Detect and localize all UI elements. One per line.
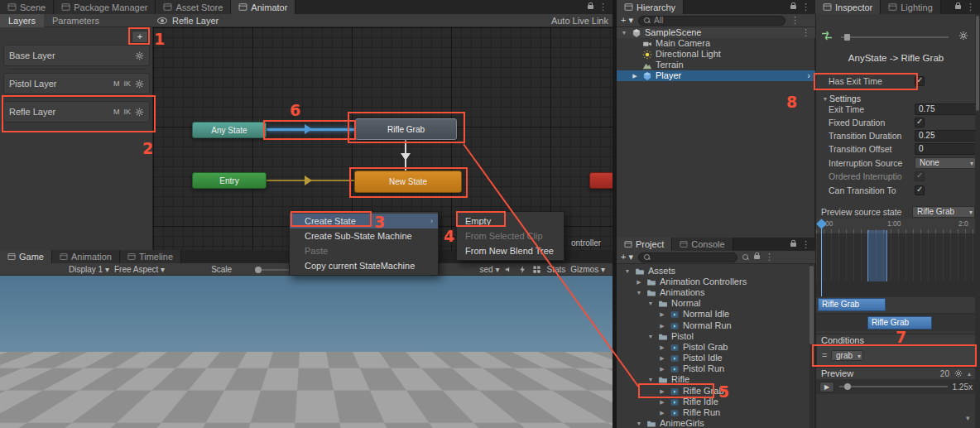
aspect-dropdown[interactable]: Free Aspect ▾ [114, 265, 165, 274]
project-search-input[interactable] [638, 252, 737, 262]
kebab-menu-icon[interactable]: ⋮ [801, 239, 810, 250]
mask-toggle[interactable]: M [113, 79, 120, 88]
node-entry[interactable]: Entry [192, 172, 267, 189]
expander-icon[interactable]: ▶ [658, 342, 666, 353]
expander-icon[interactable]: ▶ [658, 386, 666, 397]
transition-duration-field[interactable]: 0.25 [915, 130, 976, 142]
tab-console[interactable]: Console [672, 238, 733, 251]
project-options-icon[interactable]: ⋮ [765, 252, 774, 262]
project-item-pistol-grab[interactable]: ▶Pistol Grab [658, 342, 728, 353]
breadcrumb[interactable]: Refle Layer [172, 16, 219, 26]
add-layer-button[interactable]: + [132, 31, 148, 43]
hierarchy-item-terrain[interactable]: Terrain [641, 60, 684, 70]
has-exit-time-checkbox[interactable] [915, 76, 925, 86]
gear-icon[interactable] [135, 51, 144, 60]
expander-icon[interactable]: ▶ [658, 320, 666, 331]
gear-icon[interactable] [958, 31, 968, 41]
transition-timeline[interactable]: 0:00 1:00 2:0 Rifle Grab Rifle Grab [816, 219, 976, 331]
project-item-animegirls[interactable]: ▼AnimeGirls [635, 418, 704, 428]
menu-item-create-state[interactable]: Create State› [290, 214, 438, 228]
lock-icon[interactable] [588, 5, 593, 9]
playhead[interactable] [821, 222, 822, 296]
project-item-animations[interactable]: ▼Animations [635, 287, 704, 298]
project-item-normal[interactable]: ▼Normal [646, 298, 700, 309]
gear-icon[interactable] [135, 79, 144, 89]
grid-icon[interactable] [532, 265, 541, 274]
project-item-animation-controllers[interactable]: ▶Animation Controllers [635, 277, 747, 287]
expander-icon[interactable]: ▼ [646, 374, 655, 385]
drag-handle-icon[interactable]: = [822, 350, 827, 360]
project-item-pistol-run[interactable]: ▶Pistol Run [658, 363, 724, 374]
expander-icon[interactable]: ▼ [635, 287, 643, 298]
lock-icon[interactable] [754, 255, 760, 259]
tab-animation[interactable]: Animation [52, 250, 120, 263]
preview-speed-slider[interactable] [839, 386, 948, 387]
submenu-item-from-new-blend-tree[interactable]: From New Blend Tree [457, 243, 564, 258]
tab-scene[interactable]: Scene [0, 0, 54, 14]
eye-icon[interactable] [157, 17, 167, 24]
layer-row-refle[interactable]: Refle Layer M IK [3, 101, 150, 123]
project-item-rifle[interactable]: ▼Rifle [646, 374, 689, 385]
scale-slider-thumb[interactable] [255, 267, 262, 273]
project-scrollbar[interactable] [809, 264, 814, 428]
project-item-pistol-idle[interactable]: ▶Pistol Idle [658, 353, 723, 363]
menu-item-copy-statemachine[interactable]: Copy current StateMachine [290, 258, 438, 273]
expander-icon[interactable]: ▶ [658, 353, 666, 363]
expander-icon[interactable]: ▼ [646, 298, 655, 309]
scroll-more-icon[interactable]: ▾ [966, 414, 970, 422]
add-object-dropdown[interactable]: + ▾ [621, 15, 633, 26]
mask-toggle[interactable]: M [113, 108, 120, 116]
gizmos-dropdown[interactable]: Gizmos ▾ [570, 265, 605, 274]
layer-row-pistol[interactable]: Pistol Layer M IK [3, 73, 150, 94]
node-new-state[interactable]: New State [354, 171, 462, 193]
exit-time-field[interactable]: 0.75 [915, 103, 976, 115]
project-item-normal-run[interactable]: ▶Normal Run [658, 320, 732, 331]
lock-icon[interactable] [955, 5, 961, 9]
layer-row-base[interactable]: Base Layer [3, 45, 150, 66]
menu-item-paste[interactable]: Paste [290, 243, 438, 258]
hierarchy-options-icon[interactable]: ⋮ [790, 15, 800, 26]
submenu-item-empty[interactable]: Empty [457, 214, 564, 228]
play-button[interactable]: ▶ [819, 382, 834, 392]
scene-header-row[interactable]: ▼ SampleScene ⋮ [617, 27, 815, 38]
scene-menu-icon[interactable]: ⋮ [801, 27, 815, 38]
hierarchy-item-player[interactable]: ▶ Player › [617, 70, 815, 81]
fixed-duration-checkbox[interactable] [915, 118, 925, 127]
hierarchy-search-input[interactable]: All [638, 16, 785, 26]
expander-icon[interactable]: ▼ [646, 331, 655, 342]
kebab-menu-icon[interactable]: ⋮ [801, 2, 810, 12]
project-item-pistol[interactable]: ▼Pistol [646, 331, 694, 342]
expander-icon[interactable]: ▼ [635, 418, 643, 428]
collapse-icon[interactable]: ▴ [968, 370, 971, 378]
hierarchy-item-directional-light[interactable]: Directional Light [641, 49, 721, 60]
display-dropdown[interactable]: Display 1 ▾ [69, 265, 109, 274]
tab-game[interactable]: Game [0, 250, 52, 263]
slider-thumb[interactable] [844, 383, 851, 390]
ik-toggle[interactable]: IK [123, 79, 131, 88]
tab-timeline[interactable]: Timeline [120, 250, 181, 263]
project-item-normal-idle[interactable]: ▶Normal Idle [658, 309, 729, 320]
stats-button[interactable]: Stats [546, 265, 565, 274]
expander-icon[interactable]: ▶ [635, 277, 643, 287]
preview-source-dropdown[interactable]: Rifle Grab [912, 206, 975, 218]
project-scrollbar-thumb[interactable] [809, 266, 814, 344]
node-rifle-grab[interactable]: Rifle Grab [355, 118, 457, 140]
menu-item-create-substate-machine[interactable]: Create Sub-State Machine [290, 228, 438, 243]
transition-offset-field[interactable]: 0 [915, 143, 976, 155]
expander-icon[interactable]: ▼ [620, 27, 628, 38]
expander-icon[interactable]: ▶ [658, 397, 666, 407]
expander-icon[interactable]: ▶ [658, 407, 666, 418]
project-item-assets[interactable]: ▼Assets [623, 266, 675, 277]
expander-icon[interactable]: ▼ [623, 266, 632, 277]
inspector-scrollbar[interactable] [975, 14, 980, 428]
kebab-menu-icon[interactable]: ⋮ [966, 2, 975, 12]
transition-name-slider[interactable] [841, 36, 949, 38]
can-transition-checkbox[interactable] [915, 185, 925, 195]
vsync-icon[interactable] [518, 265, 527, 274]
open-prefab-icon[interactable]: › [807, 70, 815, 81]
add-asset-dropdown[interactable]: + ▾ [621, 252, 633, 262]
project-item-rifle-run[interactable]: ▶Rifle Run [658, 407, 720, 418]
expander-icon[interactable]: ▶ [658, 309, 666, 320]
kebab-menu-icon[interactable]: ⋮ [598, 2, 608, 12]
motion-bar[interactable]: Rifle Grab [818, 298, 886, 311]
